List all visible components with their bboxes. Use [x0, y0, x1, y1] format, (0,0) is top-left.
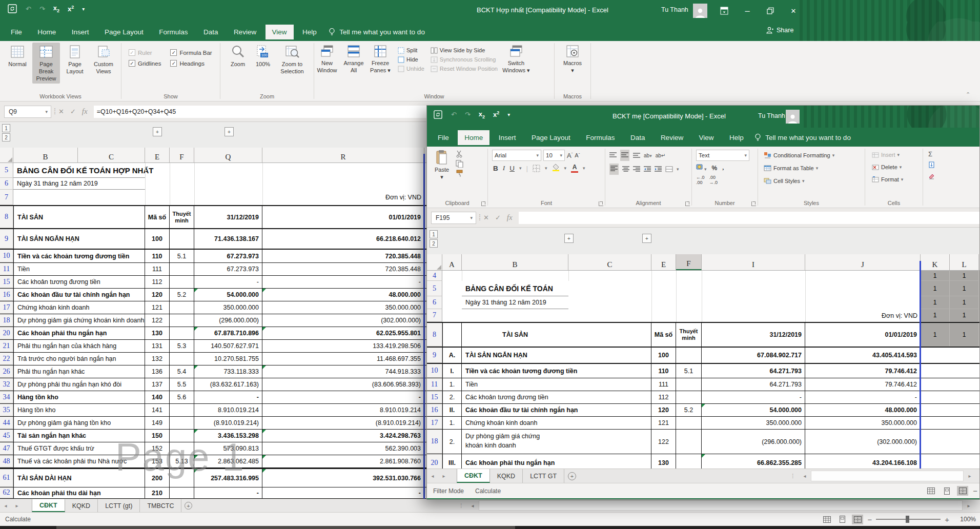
row-header[interactable]: 48 — [0, 455, 13, 467]
merge-center-icon[interactable] — [665, 166, 673, 172]
page-break-status-icon[interactable] — [957, 486, 968, 496]
tab-scroll-right-icon[interactable]: ▸ — [438, 469, 450, 483]
undo-icon[interactable]: ↶ — [451, 111, 457, 118]
cell[interactable] — [145, 178, 170, 190]
cell[interactable]: 131 — [145, 340, 170, 352]
cell[interactable]: (296.000.000) — [702, 430, 805, 454]
hscroll-right-icon[interactable]: ▸ — [965, 471, 975, 481]
row-header[interactable]: 35 — [0, 404, 13, 416]
cell[interactable]: Các khoản phải thu ngắn hạn — [13, 327, 145, 339]
cell[interactable]: 5.2 — [676, 404, 702, 416]
cell[interactable]: (83.606.958.393) — [262, 378, 424, 391]
row-header[interactable]: 7 — [427, 309, 442, 322]
number-format-select[interactable]: Text▾ — [696, 150, 749, 161]
row-header[interactable]: 26 — [0, 365, 13, 378]
cell[interactable]: 112 — [651, 391, 676, 403]
macros-button[interactable]: Macros▾ — [559, 43, 586, 76]
number-dialog-launcher[interactable] — [751, 201, 756, 206]
row-header[interactable]: 20 — [0, 327, 13, 339]
outline-expand-button[interactable]: + — [153, 127, 162, 136]
cell[interactable]: 1 — [950, 281, 979, 296]
cell[interactable]: 122 — [145, 314, 170, 327]
zoom-to-selection-button[interactable]: Zoom to Selection — [276, 43, 308, 77]
cell[interactable] — [805, 271, 921, 281]
tab-insert[interactable]: Insert — [492, 130, 523, 145]
outline-expand-button[interactable]: + — [564, 234, 574, 243]
row-header[interactable]: 9 — [0, 229, 13, 249]
cell[interactable] — [651, 281, 676, 296]
insert-cells-button[interactable]: Insert ▾ — [870, 150, 901, 159]
avatar[interactable] — [786, 110, 800, 124]
cell[interactable]: 112 — [145, 276, 170, 288]
column-header[interactable]: K — [921, 254, 950, 270]
cell[interactable] — [170, 301, 194, 314]
underline-icon[interactable]: U — [509, 165, 515, 172]
cell[interactable] — [170, 314, 194, 327]
cell[interactable] — [568, 309, 651, 322]
cell[interactable] — [194, 190, 262, 205]
cell[interactable]: 43.405.414.593 — [805, 348, 921, 363]
cell[interactable]: Mã số — [145, 206, 170, 228]
cell[interactable]: 8.910.019.214 — [194, 404, 262, 416]
cell[interactable]: Ngày 31 tháng 12 năm 2019 — [462, 296, 568, 309]
align-right-icon[interactable] — [633, 166, 640, 172]
cell[interactable]: 79.746.412 — [805, 378, 921, 391]
cell[interactable]: 733.118.333 — [194, 365, 262, 378]
cell[interactable]: Trả trước cho người bán ngắn hạn — [13, 353, 145, 365]
cell[interactable]: 137 — [145, 378, 170, 391]
cell[interactable] — [462, 271, 568, 281]
cell[interactable]: 130 — [145, 327, 170, 339]
row-header[interactable]: 45 — [0, 430, 13, 442]
cell[interactable]: 744.918.333 — [262, 365, 424, 378]
cell[interactable]: Dự phòng giảm giá chứng khoán kinh doanh — [13, 314, 145, 327]
cell[interactable]: 111 — [145, 263, 170, 275]
cell[interactable]: (296.000.000) — [194, 314, 262, 327]
align-center-icon[interactable] — [622, 166, 629, 172]
cell[interactable]: Chứng khoán kinh doanh — [462, 417, 568, 429]
split-button[interactable]: Split — [396, 46, 426, 55]
close-button[interactable]: ✕ — [786, 3, 801, 18]
row-header[interactable]: 16 — [0, 289, 13, 301]
cell[interactable]: 43.204.166.108 — [805, 454, 921, 469]
cell[interactable] — [170, 163, 194, 178]
cell[interactable] — [170, 190, 194, 205]
cell[interactable]: TÀI SẢN NGẮN HẠN — [462, 348, 568, 363]
paste-button[interactable]: Paste▾ — [431, 148, 453, 182]
cell[interactable] — [442, 281, 462, 296]
cell[interactable] — [676, 348, 702, 363]
row-header[interactable]: 34 — [0, 391, 13, 403]
cell[interactable]: TÀI SẢN — [462, 323, 568, 347]
cell[interactable] — [805, 296, 921, 309]
select-all-corner[interactable] — [0, 148, 13, 162]
cell[interactable] — [442, 323, 462, 347]
sheet-tab-kqkd[interactable]: KQKD — [65, 499, 98, 512]
row-header[interactable]: 5 — [427, 281, 442, 296]
cell[interactable] — [676, 271, 702, 281]
cell[interactable]: 5.6 — [170, 391, 194, 403]
cell[interactable]: 8.910.019.214 — [262, 404, 424, 416]
cell[interactable]: 1 — [921, 271, 950, 281]
cell[interactable] — [676, 296, 702, 309]
cell[interactable]: - — [262, 391, 424, 403]
row-header[interactable]: 10 — [0, 250, 13, 262]
cell[interactable]: 1 — [921, 309, 950, 322]
cell[interactable]: - — [702, 391, 805, 403]
cell[interactable]: Các khoản tương đương tiền — [13, 276, 145, 288]
shrink-font-icon[interactable]: Aˇ — [575, 152, 580, 158]
font-dialog-launcher[interactable] — [599, 201, 603, 206]
subscript-icon[interactable]: x2 — [479, 110, 485, 119]
tab-scroll-left-icon[interactable]: ◂ — [0, 499, 11, 512]
cell[interactable] — [702, 281, 805, 296]
cell[interactable]: 1. — [442, 417, 462, 429]
wrap-text-icon[interactable]: ab↵ — [656, 153, 666, 158]
cell[interactable]: Tiền — [13, 263, 145, 275]
row-header[interactable]: 15 — [427, 391, 442, 403]
cell[interactable]: Tiền và các khoản tương đương tiền — [462, 364, 568, 378]
ribbon-display-options-icon[interactable] — [717, 3, 732, 18]
cell[interactable]: 1 — [921, 323, 950, 347]
cell[interactable]: 1 — [950, 271, 979, 281]
delete-cells-button[interactable]: Delete ▾ — [870, 162, 903, 172]
format-as-table-button[interactable]: Format as Table ▾ — [762, 163, 820, 173]
cell[interactable]: 120 — [651, 404, 676, 416]
row-header[interactable]: 47 — [0, 442, 13, 455]
